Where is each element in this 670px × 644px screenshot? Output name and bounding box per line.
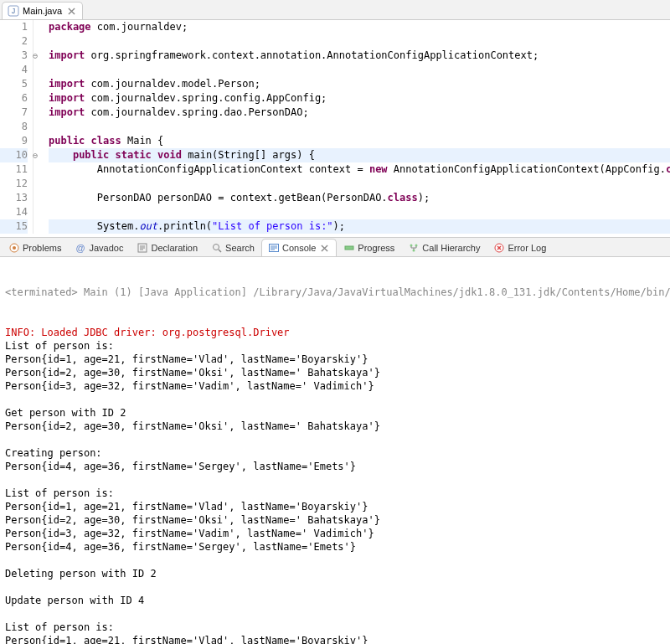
declaration-icon [137,242,148,254]
line-number-gutter: 123456789101112131415 [0,20,34,234]
console-lines: INFO: Loaded JDBC driver: org.postgresql… [5,326,665,644]
call-hierarchy-icon [408,242,420,254]
editor-tab-main[interactable]: J Main.java [2,2,83,19]
tab-javadoc[interactable]: @ Javadoc [68,239,130,256]
tab-search[interactable]: Search [204,239,261,256]
java-file-icon: J [8,5,19,17]
code-content[interactable]: package com.journaldev; import org.sprin… [34,20,670,234]
code-editor[interactable]: 123456789101112131415 package com.journa… [0,20,670,237]
editor-tab-bar: J Main.java [0,0,670,20]
tab-console[interactable]: Console [261,239,337,256]
tab-progress[interactable]: Progress [337,239,401,256]
search-icon [211,242,223,254]
close-icon[interactable] [318,242,330,254]
error-log-icon [493,242,505,254]
console-header: <terminated> Main (1) [Java Application]… [5,286,665,299]
editor-tab-label: Main.java [23,6,62,16]
tab-call-hierarchy[interactable]: Call Hierarchy [401,239,487,256]
tab-declaration[interactable]: Declaration [130,239,204,256]
editor-pane: J Main.java 123456789101112131415 packag… [0,0,670,238]
svg-point-6 [214,245,219,250]
tab-error-log[interactable]: Error Log [487,239,553,256]
console-icon [268,242,280,254]
javadoc-icon: @ [75,242,86,254]
progress-icon [343,242,355,254]
problems-icon [8,242,20,254]
svg-rect-8 [345,246,353,250]
console-output[interactable]: <terminated> Main (1) [Java Application]… [0,257,670,644]
close-icon[interactable] [65,5,77,17]
svg-point-3 [13,246,16,250]
tab-problems[interactable]: Problems [2,239,68,256]
svg-text:@: @ [76,243,85,253]
view-tab-bar: Problems @ Javadoc Declaration Search Co… [0,238,670,257]
bottom-pane: Problems @ Javadoc Declaration Search Co… [0,238,670,644]
svg-text:J: J [12,7,16,15]
